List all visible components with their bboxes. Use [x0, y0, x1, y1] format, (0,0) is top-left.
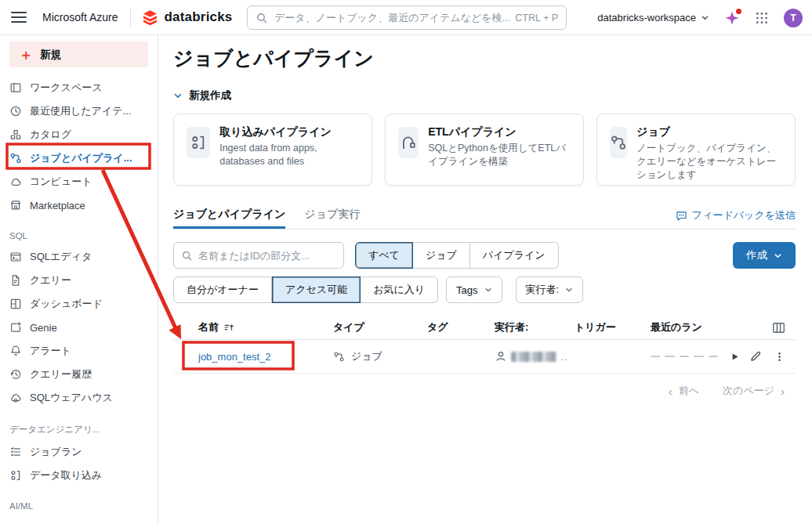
sidebar-item-genie[interactable]: Genie — [0, 316, 158, 339]
header-trigger[interactable]: トリガー — [575, 320, 643, 334]
sidebar-item-jobs-pipelines[interactable]: ジョブとパイプライ... — [0, 146, 158, 170]
tab-job-runs[interactable]: ジョブ実行 — [304, 208, 360, 229]
sidebar-item-query-history[interactable]: クエリー履歴 — [0, 363, 158, 386]
new-button[interactable]: ＋ 新規 — [9, 42, 148, 67]
segment-all[interactable]: すべて — [355, 242, 413, 269]
sidebar-item-workspace[interactable]: ワークスペース — [0, 76, 158, 99]
jobs-table: 名前 タイプ タグ 実行者: トリガー 最近のラン job_mon_test_2 — [173, 316, 796, 374]
tab-jobs-and-pipelines[interactable]: ジョブとパイプライン — [173, 208, 285, 229]
chevron-down-icon — [774, 251, 782, 260]
create-new-section-toggle[interactable]: 新規作成 — [173, 89, 796, 103]
hamburger-menu-icon[interactable] — [11, 12, 27, 23]
segment-owned-by-me[interactable]: 自分がオーナー — [173, 276, 272, 303]
segment-pipelines[interactable]: パイプライン — [470, 242, 559, 269]
create-button[interactable]: 作成 — [733, 242, 796, 269]
card-ingest-pipeline[interactable]: 取り込みパイプライン Ingest data from apps, databa… — [173, 114, 372, 186]
job-runs-icon — [9, 446, 22, 458]
workspace-switcher[interactable]: databricks-workspace — [597, 12, 709, 23]
avatar[interactable]: T — [784, 9, 803, 27]
topbar-divider — [130, 8, 131, 27]
main-content: ジョブとパイプライン 新規作成 取り込みパイプライン Ingest data f… — [158, 35, 812, 524]
apps-grid-icon[interactable] — [755, 11, 769, 25]
sidebar-item-recents[interactable]: 最近使用したアイテ... — [0, 99, 158, 123]
header-recent-runs[interactable]: 最近のラン — [643, 320, 745, 334]
workspace-name: databricks-workspace — [597, 12, 696, 23]
sidebar-item-sql-warehouses[interactable]: SQLウェアハウス — [0, 386, 158, 410]
sidebar-item-job-runs[interactable]: ジョブラン — [0, 440, 158, 464]
run-now-button[interactable] — [724, 345, 745, 367]
chevron-right-icon: › — [781, 385, 785, 398]
sidebar-item-queries[interactable]: クエリー — [0, 269, 158, 292]
sidebar-item-marketplace[interactable]: Marketplace — [0, 193, 158, 217]
create-cards: 取り込みパイプライン Ingest data from apps, databa… — [173, 114, 796, 186]
card-description: ノートブック、パイプライン、クエリーなどをオーケストレーションします — [636, 142, 782, 182]
redacted-ellipsis: .. — [560, 351, 567, 363]
table-row: job_mon_test_2 ジョブ .. — [173, 340, 796, 374]
sidebar-item-dashboards[interactable]: ダッシュボード — [0, 292, 158, 316]
run-placeholder-dash — [709, 356, 718, 357]
run-placeholder-dash — [651, 356, 660, 357]
job-type-cell: ジョブ — [333, 349, 427, 363]
table-header-row: 名前 タイプ タグ 実行者: トリガー 最近のラン — [173, 316, 796, 340]
edit-button[interactable] — [745, 345, 766, 367]
kebab-icon — [774, 351, 785, 363]
ingest-icon — [187, 127, 210, 158]
card-etl-pipeline[interactable]: ETLパイプライン SQLとPythonを使用してETLパイプラインを構築 — [385, 114, 584, 186]
page-title: ジョブとパイプライン — [173, 46, 796, 70]
kebab-menu-button[interactable] — [769, 345, 789, 367]
sidebar-item-catalog[interactable]: カタログ — [0, 123, 158, 146]
play-icon — [730, 352, 740, 362]
sidebar-item-alerts[interactable]: アラート — [0, 339, 158, 363]
sidebar-item-compute[interactable]: コンピュート — [0, 170, 158, 193]
chevron-down-icon — [173, 91, 183, 100]
feedback-icon — [676, 210, 687, 222]
sidebar-item-sql-editor[interactable]: SQLエディタ — [0, 245, 158, 269]
previous-page-button[interactable]: ‹ 前へ — [669, 384, 699, 398]
search-icon — [181, 250, 193, 262]
filter-row-secondary: 自分がオーナー アクセス可能 お気に入り Tags 実行者: — [173, 276, 796, 303]
sidebar-item-data-ingestion[interactable]: データ取り込み — [0, 464, 158, 487]
sidebar-section-sql: SQL — [0, 231, 158, 240]
sidebar-section-aiml: AI/ML — [0, 501, 158, 511]
segment-jobs[interactable]: ジョブ — [413, 242, 470, 269]
columns-button[interactable] — [767, 316, 789, 338]
header-tags[interactable]: タグ — [427, 320, 495, 334]
tags-dropdown[interactable]: Tags — [446, 276, 502, 303]
databricks-logo — [142, 9, 158, 26]
person-icon — [495, 350, 507, 363]
edit-icon — [749, 350, 762, 363]
search-shortcut-hint: CTRL + P — [515, 13, 558, 23]
global-search[interactable]: CTRL + P — [247, 5, 567, 30]
jobs-icon — [9, 152, 22, 164]
table-search-input[interactable] — [198, 250, 336, 262]
segment-favorites[interactable]: お気に入り — [361, 276, 438, 303]
redacted-run-as-name — [511, 352, 556, 362]
genie-icon — [9, 321, 22, 334]
databricks-brand-label: databricks — [164, 9, 232, 25]
notification-dot — [736, 9, 741, 14]
job-name-link[interactable]: job_mon_test_2 — [198, 351, 271, 363]
storefront-icon — [9, 199, 22, 211]
dashboard-icon — [9, 298, 22, 310]
run-placeholder-dash — [665, 356, 674, 357]
sidebar-section-data-engineering: データエンジニアリ... — [0, 424, 158, 435]
header-type[interactable]: タイプ — [333, 320, 427, 334]
card-job[interactable]: ジョブ ノートブック、パイプライン、クエリーなどをオーケストレーションします — [596, 114, 796, 186]
job-run-as-cell: .. — [495, 350, 575, 363]
header-name[interactable]: 名前 — [173, 320, 333, 334]
ingest-icon — [9, 469, 22, 482]
chevron-left-icon: ‹ — [669, 385, 672, 398]
search-icon — [256, 12, 268, 24]
run-placeholder-dash — [694, 356, 703, 357]
segment-accessible[interactable]: アクセス可能 — [272, 276, 361, 303]
assistant-button[interactable] — [724, 10, 740, 26]
card-title: ETLパイプライン — [428, 125, 571, 139]
next-page-button[interactable]: 次のページ › — [723, 384, 785, 398]
history-icon — [9, 368, 22, 381]
header-run-as[interactable]: 実行者: — [495, 320, 575, 334]
send-feedback-link[interactable]: フィードバックを送信 — [676, 208, 796, 229]
run-as-dropdown[interactable]: 実行者: — [516, 276, 584, 303]
sql-editor-icon — [9, 251, 22, 263]
global-search-input[interactable] — [274, 12, 510, 23]
table-search[interactable] — [173, 242, 344, 269]
